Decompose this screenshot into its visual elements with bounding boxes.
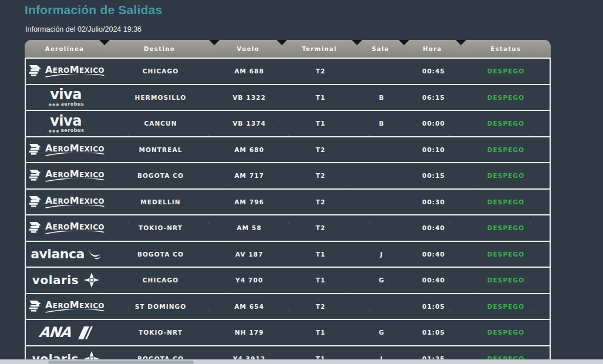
destination-cell: MEDELLIN	[106, 198, 215, 205]
flight-cell: AM 680	[215, 146, 283, 153]
status-cell: DESPEGO	[462, 68, 550, 75]
table-row: AEROMEXICOCHICAGOAM 688T200:45DESPEGO	[26, 58, 550, 84]
aeromexico-eagle-icon	[27, 221, 42, 235]
flight-cell: VB 1374	[215, 120, 283, 127]
viva-sub-text: aerobus	[60, 102, 84, 107]
time-cell: 01:05	[405, 303, 462, 310]
status-cell: DESPEGO	[462, 198, 550, 205]
destination-cell: CHICAGO	[106, 277, 215, 284]
aeromexico-eagle-icon	[27, 143, 42, 157]
ana-slash-icon	[73, 326, 93, 339]
status-cell: DESPEGO	[462, 224, 550, 231]
gate-cell: J	[358, 251, 405, 258]
terminal-cell: T1	[283, 277, 358, 284]
terminal-cell: T2	[283, 198, 358, 205]
sort-arrow-icon[interactable]	[352, 40, 362, 45]
flight-cell: AM 717	[215, 172, 283, 179]
flight-cell: AV 187	[215, 251, 283, 258]
viva-wordmark: viva	[50, 87, 82, 102]
gate-cell: G	[358, 329, 405, 336]
time-cell: 00:40	[405, 251, 462, 258]
destination-cell: BOGOTA CO	[106, 251, 215, 258]
table-row: viva●●●aerobusHERMOSILLOVB 1322T1B06:15D…	[26, 84, 550, 110]
status-cell: DESPEGO	[462, 146, 550, 153]
time-cell: 01:05	[405, 329, 462, 336]
aeromexico-swoosh	[45, 309, 105, 313]
aeromexico-swoosh	[45, 74, 105, 77]
terminal-cell: T1	[283, 94, 358, 101]
time-cell: 00:40	[405, 224, 462, 231]
airline-logo-aeromexico: AEROMEXICO	[26, 190, 106, 215]
flight-cell: AM 58	[215, 224, 283, 231]
avianca-bird-icon	[87, 248, 101, 261]
sort-arrow-icon[interactable]	[456, 40, 466, 45]
time-cell: 00:10	[405, 146, 462, 153]
scrollbar-thumb[interactable]	[48, 360, 194, 364]
aeromexico-wordmark: AEROMEXICO	[45, 65, 105, 77]
airline-logo-aeromexico: AEROMEXICO	[26, 163, 106, 188]
sort-arrow-icon[interactable]	[209, 40, 220, 45]
aeromexico-wordmark: AEROMEXICO	[45, 144, 105, 156]
column-header-sala[interactable]: Sala	[357, 46, 404, 52]
sort-arrow-icon[interactable]	[277, 40, 287, 45]
status-cell: DESPEGO	[462, 94, 550, 101]
viva-sub-text: aerobus	[60, 129, 84, 133]
table-row: AEROMEXICOMONTREALAM 680T200:10DESPEGO	[26, 136, 550, 163]
time-cell: 06:15	[405, 94, 462, 101]
table-row: aviancaBOGOTA COAV 187T1J00:40DESPEGO	[26, 241, 550, 267]
sort-arrow-icon[interactable]	[99, 40, 110, 45]
table-row: AEROMEXICOBOGOTA COAM 717T200:15DESPEGO	[26, 162, 550, 188]
flight-cell: VB 1322	[215, 94, 283, 101]
airline-logo-aeromexico: AEROMEXICO	[26, 137, 106, 163]
table-row: AEROMEXICOST DOMINGOAM 654T201:05DESPEGO	[26, 293, 550, 319]
aeromexico-swoosh	[45, 153, 105, 156]
terminal-cell: T1	[283, 120, 358, 127]
volaris-wordmark: volaris	[32, 273, 79, 287]
column-header-vuelo[interactable]: Vuelo	[214, 46, 282, 52]
ana-wordmark: ANA	[38, 325, 72, 339]
info-timestamp: Información del 02/Julio/2024 19:36	[25, 25, 142, 33]
status-cell: DESPEGO	[462, 251, 550, 258]
aeromexico-wordmark: AEROMEXICO	[45, 301, 105, 312]
table-header: AerolíneaDestinoVueloTerminalSalaHoraEst…	[25, 40, 551, 58]
gate-cell: G	[358, 277, 405, 284]
status-cell: DESPEGO	[462, 303, 550, 310]
time-cell: 00:00	[405, 120, 462, 127]
viva-aerobus-sublabel: ●●●aerobus	[49, 102, 85, 107]
viva-wordmark: viva	[50, 114, 82, 128]
table-body: AEROMEXICOCHICAGOAM 688T200:45DESPEGOviv…	[25, 58, 551, 364]
page-title: Información de Salidas	[25, 3, 162, 17]
aeromexico-wordmark: AEROMEXICO	[45, 222, 105, 234]
departures-table: AerolíneaDestinoVueloTerminalSalaHoraEst…	[25, 40, 551, 364]
airline-logo-viva: viva●●●aerobus	[26, 111, 106, 136]
airline-logo-aeromexico: AEROMEXICO	[26, 215, 106, 241]
destination-cell: CHICAGO	[106, 68, 215, 75]
column-header-terminal[interactable]: Terminal	[282, 46, 357, 52]
status-cell: DESPEGO	[462, 329, 550, 336]
terminal-cell: T1	[283, 251, 358, 258]
sort-arrow-icon[interactable]	[399, 40, 409, 45]
aeromexico-wordmark: AEROMEXICO	[45, 170, 105, 181]
time-cell: 00:40	[405, 277, 462, 284]
airline-logo-volaris: volaris	[26, 268, 106, 293]
column-header-aerolinea[interactable]: Aerolínea	[25, 46, 105, 52]
column-header-destino[interactable]: Destino	[105, 46, 214, 52]
status-cell: DESPEGO	[462, 120, 550, 127]
airline-logo-aeromexico: AEROMEXICO	[26, 294, 106, 319]
viva-dots-icon: ●●●	[49, 129, 60, 133]
terminal-cell: T2	[283, 68, 358, 75]
destination-cell: MONTREAL	[106, 146, 215, 153]
horizontal-scrollbar[interactable]	[0, 359, 603, 364]
time-cell: 00:15	[405, 172, 462, 179]
flight-cell: NH 179	[215, 329, 283, 336]
aeromexico-swoosh	[45, 178, 105, 182]
aeromexico-eagle-icon	[27, 299, 42, 314]
flight-cell: Y4 700	[215, 277, 283, 284]
destination-cell: ST DOMINGO	[106, 303, 215, 310]
airline-logo-viva: viva●●●aerobus	[26, 85, 106, 110]
viva-dots-icon: ●●●	[49, 103, 60, 106]
column-header-hora[interactable]: Hora	[404, 46, 461, 52]
table-row: AEROMEXICOMEDELLINAM 796T200:30DESPEGO	[26, 188, 550, 215]
airline-logo-ana: ANA	[26, 320, 106, 345]
column-header-estatus[interactable]: Estatus	[461, 46, 551, 52]
